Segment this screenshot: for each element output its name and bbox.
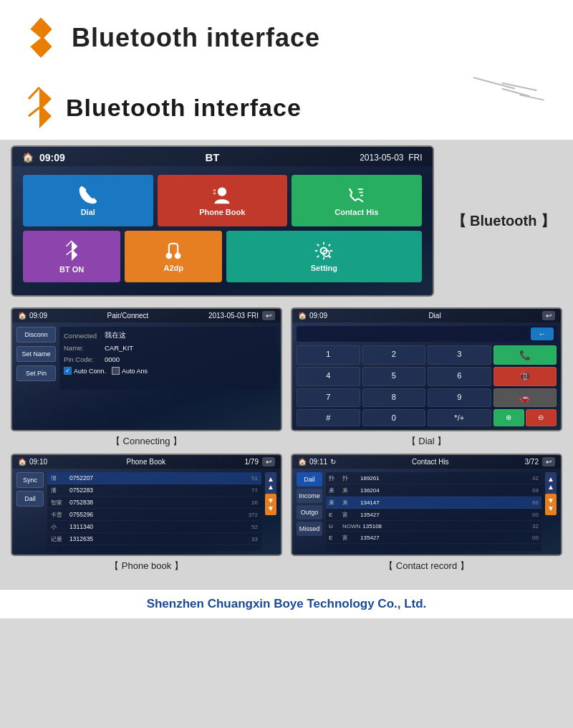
phonebook-screen: 🏠 09:10 Phone Book 1/79 ↩ Sync Dail [11, 454, 282, 556]
ch-name-4: NOWN [342, 523, 360, 530]
tile-a2dp[interactable]: A2dp [125, 231, 222, 282]
pb-name-4: 小 [51, 523, 67, 531]
ch-num-4: 135108 [362, 523, 525, 530]
pb-entry-0[interactable]: 簿 0752207 51 [47, 472, 261, 484]
autoans-label: Auto Ans [122, 368, 148, 375]
mbs-tile-row-1: Dial Phone Book [23, 175, 422, 226]
svg-line-19 [329, 256, 331, 258]
mbs-home-icon[interactable]: 🏠 [22, 152, 34, 163]
dial-time: 09:09 [309, 312, 327, 320]
pb-idx-3: 372 [245, 512, 258, 518]
key-7[interactable]: 7 [297, 388, 360, 407]
dial-home-icon[interactable]: 🏠 [298, 312, 307, 320]
ch-center: Contact His [412, 458, 449, 466]
dial-back-btn[interactable]: ↩ [542, 311, 555, 320]
setname-btn[interactable]: Set Name [16, 346, 56, 362]
tile-dial[interactable]: Dial [23, 175, 153, 226]
disconn-btn[interactable]: Disconn [16, 327, 56, 343]
pb-num-5: 1312635 [69, 535, 242, 542]
dial-display: ← [297, 326, 557, 342]
ch-statusbar: 🏠 09:11 ↻ Contact His 3/72 ↩ [292, 455, 561, 469]
footer-text: Shenzhen Chuangxin Boye Technology Co., … [147, 597, 427, 610]
key-hash[interactable]: # [297, 409, 360, 426]
svg-marker-2 [30, 38, 41, 58]
dial-center: Dial [428, 312, 440, 320]
ch-home-icon[interactable]: 🏠 [298, 458, 307, 466]
ch-scroll-up[interactable]: ▲▲ [545, 472, 557, 494]
plus-btn[interactable]: ⊕ [493, 409, 524, 426]
pb-home-icon[interactable]: 🏠 [18, 458, 27, 466]
header: Bluetooth interface [0, 0, 573, 72]
tab-income[interactable]: Income [297, 489, 322, 503]
pb-entry-5[interactable]: 记量 1312635 33 [47, 533, 261, 545]
key-8[interactable]: 8 [362, 388, 426, 407]
key-4[interactable]: 4 [297, 367, 360, 386]
ch-entry-0[interactable]: 扑 扑 189261 42 [326, 472, 541, 484]
pb-scrollbar: ▲▲ ▼▼ [265, 472, 276, 515]
pb-scroll-down[interactable]: ▼▼ [265, 494, 276, 515]
key-9[interactable]: 9 [428, 388, 491, 407]
ch-entry-3[interactable]: E 富 135427 00 [326, 509, 541, 521]
tile-setting[interactable]: Setting [226, 231, 421, 282]
svg-rect-7 [213, 189, 216, 191]
ch-caption: 【 Contact record 】 [291, 556, 562, 575]
tile-contacthis[interactable]: Contact His [292, 175, 422, 226]
car-btn[interactable]: 🚗 [493, 388, 557, 407]
tab-missed[interactable]: Missed [297, 522, 322, 536]
backspace-btn[interactable]: ← [531, 327, 554, 340]
pb-entry-2[interactable]: 智家 0752838 26 [47, 497, 261, 509]
pb-center: Phone Book [127, 458, 166, 466]
ch-entry-2[interactable]: 来 来 134147 66 [326, 497, 541, 509]
tile-phonebook-label: Phone Book [199, 208, 245, 216]
tab-dail[interactable]: Dail [297, 472, 322, 487]
svg-line-4 [29, 87, 39, 99]
key-6[interactable]: 6 [428, 367, 491, 386]
pb-dail-btn[interactable]: Dail [16, 491, 44, 507]
phone-icon [78, 185, 98, 205]
sync-btn[interactable]: Sync [16, 472, 44, 488]
ch-entry-4[interactable]: U NOWN 135108 32 [326, 521, 541, 532]
ch-back-btn[interactable]: ↩ [542, 457, 555, 466]
pb-back-btn[interactable]: ↩ [262, 457, 275, 466]
key-star[interactable]: */+ [428, 409, 491, 426]
tile-bton[interactable]: BT ON [23, 231, 120, 282]
key-0[interactable]: 0 [362, 409, 426, 426]
pb-scroll-up[interactable]: ▲▲ [265, 472, 276, 494]
key-2[interactable]: 2 [362, 345, 426, 365]
pb-status-left: 🏠 09:10 [18, 458, 47, 466]
dial-block: 🏠 09:09 Dial ↩ ← 1 2 3 [291, 307, 562, 450]
autoans-check-icon [112, 367, 120, 375]
ch-icon-5: E [329, 535, 340, 541]
autoans-checkbox[interactable]: Auto Ans [112, 367, 148, 375]
refresh-icon[interactable]: ↻ [330, 458, 336, 466]
setpin-btn[interactable]: Set Pin [16, 365, 56, 381]
pb-entry-4[interactable]: 小 1311340 52 [47, 521, 261, 533]
pb-page: 1/79 [245, 458, 259, 466]
tab-outgo[interactable]: Outgo [297, 505, 322, 519]
callhistory-icon [347, 185, 367, 205]
autoconn-checkbox[interactable]: ✓ Auto Conn. [64, 367, 106, 375]
phonebook-contact-row: 🏠 09:10 Phone Book 1/79 ↩ Sync Dail [11, 454, 562, 575]
svg-line-5 [29, 107, 39, 116]
ch-name-5: 富 [342, 534, 358, 542]
pb-num-3: 0755296 [69, 511, 242, 518]
conn-back-btn[interactable]: ↩ [262, 311, 275, 320]
pb-entry-3[interactable]: 卡普 0755296 372 [47, 509, 261, 521]
key-3[interactable]: 3 [428, 345, 491, 365]
main-bt-row: 🏠 09:09 BT 2013-05-03 FRI Dial [11, 145, 562, 297]
ch-scroll-down[interactable]: ▼▼ [545, 494, 557, 515]
tile-phonebook[interactable]: Phone Book [158, 175, 288, 226]
conn-home-icon[interactable]: 🏠 [18, 312, 27, 320]
connecting-dial-row: 🏠 09:09 Pair/Connect 2013-05-03 FRI ↩ Di… [11, 307, 562, 450]
key-5[interactable]: 5 [362, 367, 426, 386]
ch-entry-5[interactable]: E 富 135427 00 [326, 532, 541, 544]
pb-entry-1[interactable]: 潘 0752283 77 [47, 484, 261, 497]
key-1[interactable]: 1 [297, 345, 360, 365]
ch-entry-1[interactable]: 来 来 136204 09 [326, 484, 541, 497]
main-bt-screen: 🏠 09:09 BT 2013-05-03 FRI Dial [11, 145, 434, 297]
conn-date: 2013-05-03 FRI [208, 312, 259, 320]
end-btn[interactable]: 📵 [493, 367, 557, 386]
minus-btn[interactable]: ⊖ [526, 409, 557, 426]
call-btn[interactable]: 📞 [493, 345, 557, 365]
ch-idx-0: 42 [527, 475, 539, 482]
